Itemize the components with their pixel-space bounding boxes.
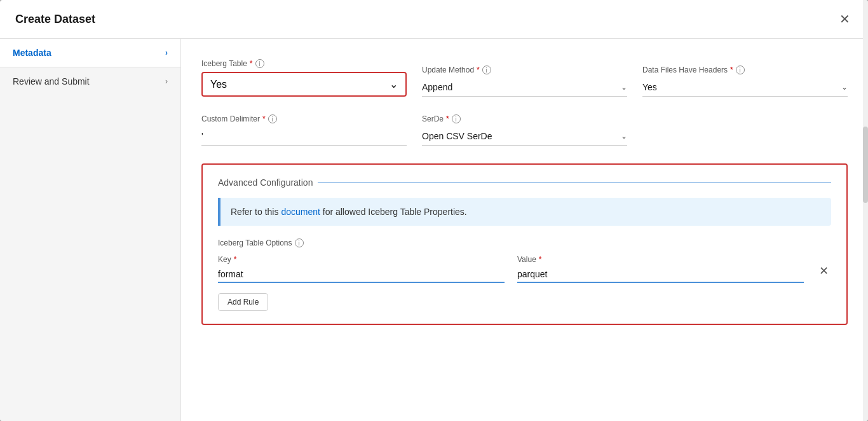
serde-required-star: * (446, 114, 449, 123)
update-method-value: Append (422, 82, 452, 92)
serde-label: SerDe * i (422, 114, 627, 123)
modal-header: Create Dataset ✕ (0, 0, 868, 39)
update-required-star: * (477, 66, 480, 74)
key-label: Key * (218, 255, 505, 264)
iceberg-table-select[interactable]: Yes ⌄ (201, 72, 407, 97)
headers-required-star: * (730, 66, 733, 74)
data-files-headers-label: Data Files Have Headers * i (642, 66, 848, 74)
content-wrapper: Iceberg Table * i Yes ⌄ (201, 54, 848, 325)
form-row-2: Custom Delimiter * i SerDe * i (201, 114, 848, 146)
sidebar-item-review[interactable]: Review and Submit › (0, 67, 180, 95)
scrollbar-track (863, 39, 868, 421)
custom-delimiter-group: Custom Delimiter * i (201, 114, 407, 146)
iceberg-table-value: Yes (210, 79, 227, 90)
serde-value: Open CSV SerDe (422, 131, 492, 141)
serde-info-icon[interactable]: i (452, 114, 461, 123)
headers-info-icon[interactable]: i (736, 66, 745, 74)
delete-row-button[interactable]: ✕ (817, 261, 831, 280)
sidebar-item-metadata[interactable]: Metadata › (0, 39, 180, 67)
update-method-chevron: ⌄ (621, 83, 627, 92)
sidebar-item-review-label: Review and Submit (13, 76, 90, 86)
value-input[interactable] (517, 266, 804, 283)
scrollbar-thumb[interactable] (863, 127, 868, 203)
iceberg-table-group: Iceberg Table * i Yes ⌄ (201, 59, 407, 97)
delimiter-info-icon[interactable]: i (268, 114, 277, 123)
data-files-headers-value: Yes (642, 82, 657, 92)
sidebar-metadata-chevron: › (165, 48, 168, 57)
key-required-star: * (234, 255, 237, 264)
main-content: Iceberg Table * i Yes ⌄ (181, 39, 868, 421)
key-input[interactable] (218, 266, 505, 283)
update-method-label: Update Method * i (422, 66, 627, 74)
iceberg-options-label: Iceberg Table Options i (218, 238, 831, 247)
document-link[interactable]: document (281, 207, 320, 217)
modal-title: Create Dataset (15, 13, 95, 26)
create-dataset-modal: Create Dataset ✕ Metadata › Review and S… (0, 0, 868, 421)
data-files-headers-group: Data Files Have Headers * i Yes ⌄ (642, 66, 848, 97)
update-method-info-icon[interactable]: i (482, 66, 491, 74)
sidebar-review-chevron: › (165, 77, 168, 86)
custom-delimiter-input[interactable] (201, 127, 407, 146)
custom-delimiter-label: Custom Delimiter * i (201, 114, 407, 123)
iceberg-required-star: * (250, 59, 253, 68)
iceberg-table-label: Iceberg Table * i (201, 59, 407, 68)
headers-chevron: ⌄ (841, 83, 848, 92)
add-rule-button[interactable]: Add Rule (218, 293, 268, 311)
update-method-group: Update Method * i Append ⌄ (422, 66, 627, 97)
info-banner: Refer to this document for allowed Icebe… (218, 198, 831, 226)
key-value-row: Key * Value * (218, 255, 831, 283)
delimiter-required-star: * (262, 114, 266, 123)
value-label: Value * (517, 255, 804, 264)
iceberg-options-info-icon[interactable]: i (295, 238, 304, 247)
iceberg-table-info-icon[interactable]: i (255, 59, 264, 68)
modal-body: Metadata › Review and Submit › (0, 39, 868, 421)
advanced-config-section: Advanced Configuration Refer to this doc… (201, 163, 848, 325)
form-row-1: Iceberg Table * i Yes ⌄ (201, 59, 848, 97)
close-button[interactable]: ✕ (837, 10, 853, 28)
advanced-config-title: Advanced Configuration (218, 177, 831, 188)
serde-select[interactable]: Open CSV SerDe ⌄ (422, 127, 627, 146)
sidebar-item-metadata-label: Metadata (13, 48, 51, 58)
serde-chevron: ⌄ (621, 132, 627, 141)
iceberg-table-chevron: ⌄ (390, 78, 398, 90)
key-group: Key * (218, 255, 505, 283)
update-method-select[interactable]: Append ⌄ (422, 78, 627, 97)
value-group: Value * (517, 255, 804, 283)
data-files-headers-select[interactable]: Yes ⌄ (642, 78, 848, 97)
value-required-star: * (539, 255, 542, 264)
serde-group: SerDe * i Open CSV SerDe ⌄ (422, 114, 627, 146)
sidebar: Metadata › Review and Submit › (0, 39, 181, 421)
